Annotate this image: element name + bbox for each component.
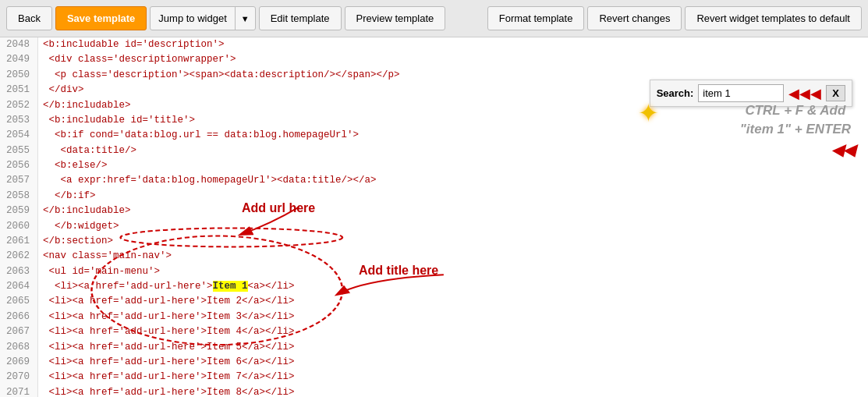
format-template-button[interactable]: Format template	[487, 6, 585, 30]
line-number: 2066	[0, 310, 38, 324]
search-label: Search:	[657, 87, 694, 99]
table-row: 2060 </b:widget>	[0, 219, 868, 234]
line-code: <li><a href='add-url-here'>Item 1<a></li…	[38, 279, 868, 294]
line-number: 2058	[0, 189, 38, 204]
table-row: 2056 <b:else/>	[0, 158, 868, 173]
table-row: 2065 <li><a href='add-url-here'>Item 2</…	[0, 294, 868, 309]
jump-to-widget-button[interactable]: Jump to widget ▼	[150, 6, 255, 30]
line-code: <ul id='main-menu'>	[38, 264, 868, 279]
search-bar: Search: ◀◀◀ X	[650, 80, 852, 107]
table-row: 2061</b:section>	[0, 234, 868, 249]
line-code: <li><a href='add-url-here'>Item 2</a></l…	[38, 294, 868, 309]
line-number: 2049	[0, 52, 38, 67]
table-row: 2053 <b:includable id='title'>	[0, 113, 868, 128]
line-number: 2051	[0, 83, 38, 97]
line-number: 2050	[0, 68, 38, 83]
line-number: 2060	[0, 219, 38, 234]
table-row: 2048<b:includable id='description'>	[0, 37, 868, 52]
jump-to-widget-main[interactable]: Jump to widget	[151, 7, 235, 30]
line-code: </b:section>	[38, 234, 868, 249]
line-number: 2064	[0, 279, 38, 294]
line-number: 2071	[0, 385, 38, 397]
search-close-button[interactable]: X	[826, 85, 845, 101]
toolbar: Back Save template Jump to widget ▼ Edit…	[0, 0, 868, 37]
line-number: 2063	[0, 264, 38, 279]
line-number: 2065	[0, 294, 38, 309]
line-code: <nav class='main-nav'>	[38, 249, 868, 264]
table-row: 2049 <div class='descriptionwrapper'>	[0, 52, 868, 67]
table-row: 2054 <b:if cond='data:blog.url == data:b…	[0, 128, 868, 143]
table-row: 2067 <li><a href='add-url-here'>Item 4</…	[0, 324, 868, 339]
line-code: <li><a href='add-url-here'>Item 6</a></l…	[38, 355, 868, 370]
preview-template-button[interactable]: Preview template	[345, 6, 446, 30]
line-code: </b:if>	[38, 189, 868, 204]
jump-to-widget-arrow[interactable]: ▼	[236, 9, 255, 29]
editor-area: 2048<b:includable id='description'>2049 …	[0, 37, 868, 397]
line-code: <a expr:href='data:blog.homepageUrl'><da…	[38, 173, 868, 188]
table-row: 2071 <li><a href='add-url-here'>Item 8</…	[0, 385, 868, 397]
line-code: </b:includable>	[38, 204, 868, 218]
table-row: 2057 <a expr:href='data:blog.homepageUrl…	[0, 173, 868, 188]
line-code: <div class='descriptionwrapper'>	[38, 52, 868, 67]
line-number: 2048	[0, 37, 38, 52]
edit-template-button[interactable]: Edit template	[259, 6, 342, 30]
line-number: 2069	[0, 355, 38, 370]
revert-default-button[interactable]: Revert widget templates to default	[685, 6, 862, 30]
table-row: 2059</b:includable>	[0, 204, 868, 218]
line-number: 2052	[0, 98, 38, 113]
table-row: 2064 <li><a href='add-url-here'>Item 1<a…	[0, 279, 868, 294]
table-row: 2058 </b:if>	[0, 189, 868, 204]
save-template-button[interactable]: Save template	[55, 6, 147, 30]
table-row: 2068 <li><a href='add-url-here'>Item 5</…	[0, 340, 868, 355]
line-code: <li><a href='add-url-here'>Item 7</a></l…	[38, 370, 868, 385]
line-code: <li><a href='add-url-here'>Item 3</a></l…	[38, 310, 868, 324]
table-row: 2070 <li><a href='add-url-here'>Item 7</…	[0, 370, 868, 385]
line-number: 2055	[0, 144, 38, 158]
line-number: 2056	[0, 158, 38, 173]
table-row: 2063 <ul id='main-menu'>	[0, 264, 868, 279]
table-row: 2055 <data:title/>	[0, 144, 868, 158]
line-code: <b:includable id='title'>	[38, 113, 868, 128]
line-code: <data:title/>	[38, 144, 868, 158]
line-number: 2067	[0, 324, 38, 339]
line-code: <b:else/>	[38, 158, 868, 173]
line-code: <b:if cond='data:blog.url == data:blog.h…	[38, 128, 868, 143]
line-number: 2062	[0, 249, 38, 264]
table-row: 2062<nav class='main-nav'>	[0, 249, 868, 264]
line-number: 2059	[0, 204, 38, 218]
line-number: 2068	[0, 340, 38, 355]
search-arrow: ◀◀◀	[788, 85, 821, 102]
line-number: 2061	[0, 234, 38, 249]
line-code: <b:includable id='description'>	[38, 37, 868, 52]
line-number: 2070	[0, 370, 38, 385]
revert-changes-button[interactable]: Revert changes	[587, 6, 682, 30]
line-number: 2057	[0, 173, 38, 188]
back-button[interactable]: Back	[6, 6, 52, 30]
line-number: 2054	[0, 128, 38, 143]
table-row: 2069 <li><a href='add-url-here'>Item 6</…	[0, 355, 868, 370]
line-code: <li><a href='add-url-here'>Item 5</a></l…	[38, 340, 868, 355]
line-code: </b:widget>	[38, 219, 868, 234]
line-code: <li><a href='add-url-here'>Item 4</a></l…	[38, 324, 868, 339]
search-input[interactable]	[698, 84, 784, 102]
line-number: 2053	[0, 113, 38, 128]
line-code: <li><a href='add-url-here'>Item 8</a></l…	[38, 385, 868, 397]
table-row: 2066 <li><a href='add-url-here'>Item 3</…	[0, 310, 868, 324]
